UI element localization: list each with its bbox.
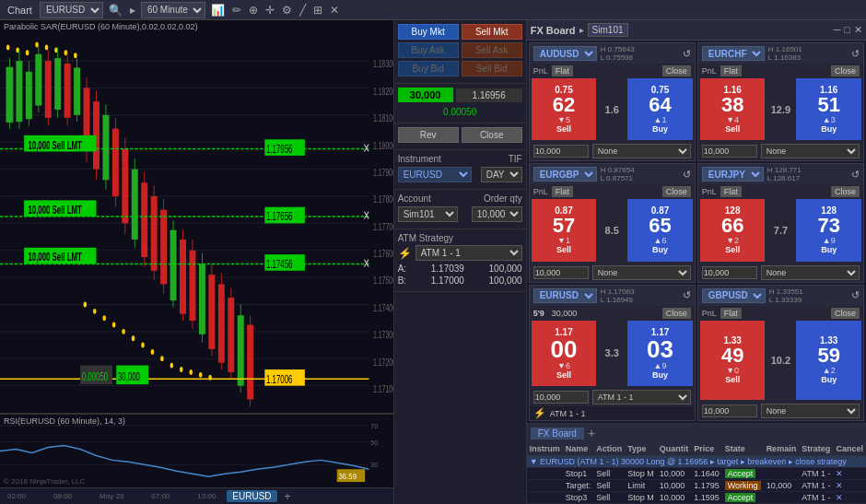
atm-values: A: 1.17039 100,000 B: 1.17000 100,000 bbox=[398, 264, 522, 286]
svg-text:1.18300: 1.18300 bbox=[373, 57, 393, 69]
buy-ask-button[interactable]: Buy Ask bbox=[398, 42, 459, 58]
gbpusd-select[interactable]: GBPUSD bbox=[702, 288, 766, 303]
close-button[interactable]: Close bbox=[462, 127, 522, 143]
eurusd-strategy-select[interactable]: ATM 1 - 1 bbox=[592, 390, 691, 404]
magnet-icon[interactable]: ⊕ bbox=[247, 4, 260, 17]
gbpusd-buy-box[interactable]: 1.33 59 ▲2 Buy bbox=[796, 321, 861, 400]
eurgbp-qty-input[interactable] bbox=[533, 266, 589, 279]
price-display: 1.16956 bbox=[456, 88, 522, 102]
order-price-2: 1.1795 bbox=[691, 480, 722, 492]
svg-point-14 bbox=[16, 47, 18, 53]
eurjpy-select[interactable]: EURJPY bbox=[702, 167, 764, 182]
gbpusd-sell-box[interactable]: 1.33 49 ▼0 Sell bbox=[700, 321, 766, 400]
sell-bid-button[interactable]: Sell Bid bbox=[462, 61, 522, 76]
tools-icon[interactable]: ⚙ bbox=[280, 4, 294, 17]
order-cancel-2[interactable]: ✕ bbox=[833, 480, 866, 492]
minimize-icon[interactable]: ─ bbox=[834, 24, 841, 36]
order-qty-select[interactable]: 10,000 bbox=[472, 206, 522, 222]
chart-main: Parabolic SAR(EURUSD (60 Minute),0.02,0.… bbox=[0, 20, 393, 414]
eurgbp-sell-box[interactable]: 0.87 57 ▼1 Sell bbox=[532, 199, 597, 261]
order-state-2: Working bbox=[722, 480, 764, 492]
timeframe-select[interactable]: 60 Minute bbox=[141, 2, 205, 18]
tif-select[interactable]: DAY bbox=[481, 167, 522, 182]
audusd-close-button[interactable]: Close bbox=[662, 65, 691, 76]
fx-add-tab-button[interactable]: + bbox=[588, 426, 595, 440]
close-icon[interactable]: ✕ bbox=[328, 4, 341, 17]
atm-select[interactable]: ATM 1 - 1 bbox=[415, 245, 522, 261]
eurgbp-strategy-select[interactable]: None bbox=[592, 265, 691, 280]
eurjpy-sell-sub: ▼2 bbox=[726, 236, 739, 245]
eurjpy-close-button[interactable]: Close bbox=[831, 186, 860, 197]
fx-pair-eurgbp: EURGBP H 0.87654L 0.87571 ↺ PnL Flat Clo… bbox=[529, 163, 696, 282]
eurchf-qty-input[interactable] bbox=[702, 145, 757, 158]
gbpusd-flat-button[interactable]: Flat bbox=[720, 308, 742, 319]
eurusd-close-button[interactable]: Close bbox=[662, 308, 691, 319]
order-cancel-1[interactable]: ✕ bbox=[833, 468, 866, 480]
rev-button[interactable]: Rev bbox=[398, 127, 459, 143]
instrument-section: Instrument TIF EURUSD DAY bbox=[394, 150, 526, 190]
order-action-2: Sell bbox=[593, 480, 625, 492]
eurjpy-strategy-select[interactable]: None bbox=[761, 265, 860, 280]
audusd-sell-box[interactable]: 0.75 62 ▼5 Sell bbox=[532, 78, 597, 140]
eurusd-select[interactable]: EURUSD bbox=[533, 288, 597, 303]
eurjpy-refresh-icon[interactable]: ↺ bbox=[851, 169, 860, 181]
eurchf-select[interactable]: EURCHF bbox=[702, 46, 765, 61]
audusd-select[interactable]: AUDUSD bbox=[533, 46, 597, 61]
gbpusd-refresh-icon[interactable]: ↺ bbox=[851, 289, 860, 301]
instrument-select[interactable]: EURUSD bbox=[398, 167, 472, 182]
pencil-icon[interactable]: ✏ bbox=[230, 4, 243, 17]
eurjpy-sell-box[interactable]: 128 66 ▼2 Sell bbox=[700, 199, 766, 261]
eurchf-strategy-select[interactable]: None bbox=[761, 144, 860, 158]
eurchf-sell-box[interactable]: 1.16 38 ▼4 Sell bbox=[700, 78, 766, 140]
eurchf-buy-box[interactable]: 1.16 51 ▲3 Buy bbox=[796, 78, 861, 140]
chart-add-tab-button[interactable]: + bbox=[285, 490, 291, 503]
eurgbp-buy-box[interactable]: 0.87 65 ▲6 Buy bbox=[627, 199, 693, 261]
sell-mkt-button[interactable]: Sell Mkt bbox=[462, 24, 522, 40]
bar-chart-icon[interactable]: 📊 bbox=[209, 4, 227, 17]
layout-icon[interactable]: ⊞ bbox=[311, 4, 324, 17]
eurgbp-flat-button[interactable]: Flat bbox=[552, 186, 573, 197]
qty-input[interactable]: 30,000 bbox=[398, 88, 453, 102]
eurchf-refresh-icon[interactable]: ↺ bbox=[851, 48, 860, 60]
atm-label: ATM Strategy bbox=[398, 233, 522, 243]
eurgbp-refresh-icon[interactable]: ↺ bbox=[683, 169, 691, 181]
eurusd-sell-box[interactable]: 1.17 00 ▼6 Sell bbox=[532, 321, 597, 386]
eurjpy-flat-button[interactable]: Flat bbox=[720, 186, 742, 197]
chart-area: Parabolic SAR(EURUSD (60 Minute),0.02,0.… bbox=[0, 20, 394, 504]
maximize-icon[interactable]: □ bbox=[844, 24, 850, 36]
eurjpy-buy-box[interactable]: 128 73 ▲9 Buy bbox=[796, 199, 861, 261]
fx-board-tab[interactable]: FX Board bbox=[531, 428, 584, 440]
close-window-icon[interactable]: ✕ bbox=[854, 24, 862, 36]
audusd-flat-button[interactable]: Flat bbox=[552, 65, 573, 76]
audusd-refresh-icon[interactable]: ↺ bbox=[683, 48, 691, 60]
gbpusd-close-button[interactable]: Close bbox=[831, 308, 860, 319]
gbpusd-strategy-select[interactable]: None bbox=[761, 404, 860, 418]
search-icon[interactable]: 🔍 bbox=[107, 4, 124, 17]
audusd-strategy-select[interactable]: None bbox=[592, 144, 691, 158]
order-cancel-3[interactable]: ✕ bbox=[833, 492, 866, 504]
eurgbp-close-button[interactable]: Close bbox=[662, 186, 691, 197]
eurgbp-select[interactable]: EURGBP bbox=[533, 167, 597, 182]
eurchf-close-button[interactable]: Close bbox=[831, 65, 860, 76]
svg-point-16 bbox=[35, 42, 38, 48]
eurchf-flat-button[interactable]: Flat bbox=[720, 65, 742, 76]
eurjpy-qty-input[interactable] bbox=[702, 266, 757, 279]
eurusd-qty-input[interactable] bbox=[533, 391, 589, 404]
crosshair-icon[interactable]: ✛ bbox=[263, 4, 276, 17]
eurchf-buy-label: Buy bbox=[821, 124, 837, 134]
sell-ask-button[interactable]: Sell Ask bbox=[462, 42, 522, 58]
eurusd-buy-box[interactable]: 1.17 03 ▲9 Buy bbox=[627, 321, 693, 386]
chart-ticker-tab[interactable]: EURUSD bbox=[227, 490, 276, 502]
eurusd-refresh-icon[interactable]: ↺ bbox=[683, 289, 691, 301]
atm-b-price: 1.17000 bbox=[431, 275, 464, 286]
account-select[interactable]: Sim101 bbox=[398, 206, 458, 222]
arrow-icon: ▸ bbox=[128, 4, 137, 17]
gbpusd-qty-input[interactable] bbox=[702, 404, 757, 417]
audusd-qty-input[interactable] bbox=[533, 145, 589, 158]
line-icon[interactable]: ╱ bbox=[298, 4, 308, 17]
buy-mkt-button[interactable]: Buy Mkt bbox=[398, 24, 459, 40]
audusd-buy-box[interactable]: 0.75 64 ▲1 Buy bbox=[627, 78, 693, 140]
buy-bid-button[interactable]: Buy Bid bbox=[398, 61, 459, 76]
pair-select[interactable]: EURUSD bbox=[40, 2, 103, 18]
mkt-order-section: Buy Mkt Sell Mkt Buy Ask Sell Ask Buy Bi… bbox=[394, 20, 526, 84]
